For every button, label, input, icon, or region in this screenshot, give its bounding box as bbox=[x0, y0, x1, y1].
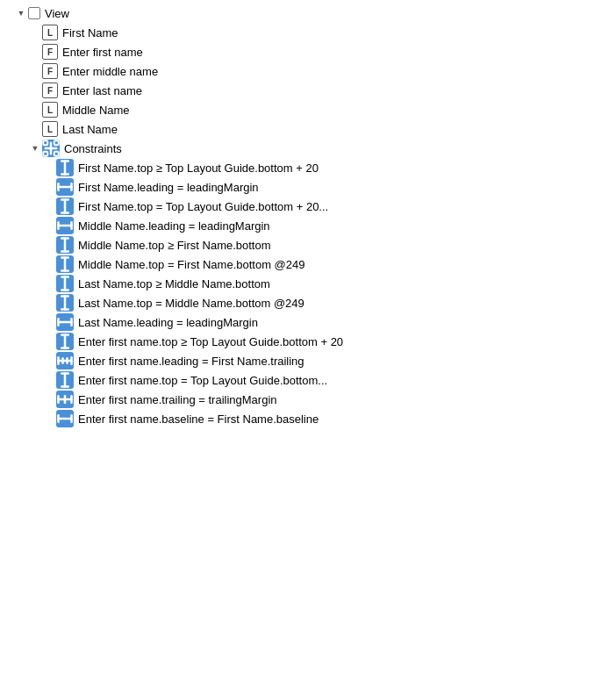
enter-firstname-text: Enter first name bbox=[62, 46, 143, 59]
constraints-label: Constraints bbox=[64, 142, 122, 155]
tree-row-firstname-label[interactable]: L First Name bbox=[0, 23, 616, 42]
svg-rect-1 bbox=[50, 142, 53, 155]
tree-row-constraint-9[interactable]: Last Name.leading = leadingMargin bbox=[0, 312, 616, 332]
constraint-icon-14 bbox=[56, 410, 74, 427]
svg-rect-10 bbox=[57, 183, 60, 191]
no-disclosure-2 bbox=[28, 45, 42, 59]
constraint-icon-10 bbox=[56, 333, 74, 350]
svg-rect-4 bbox=[43, 152, 47, 156]
tree-row-enter-middlename[interactable]: F Enter middle name bbox=[0, 61, 616, 81]
svg-rect-48 bbox=[57, 418, 73, 420]
svg-rect-16 bbox=[57, 221, 60, 230]
constraint-icon-11 bbox=[56, 352, 74, 370]
no-disclosure-c9 bbox=[42, 315, 56, 329]
tree-row-constraint-7[interactable]: Last Name.top ≥ Middle Name.bottom bbox=[0, 274, 616, 293]
no-disclosure-c3 bbox=[42, 199, 56, 213]
svg-rect-32 bbox=[70, 318, 73, 326]
svg-rect-28 bbox=[61, 295, 69, 298]
svg-rect-24 bbox=[64, 276, 67, 291]
svg-rect-20 bbox=[61, 250, 69, 253]
firstname-label-text: First Name bbox=[62, 26, 118, 39]
tree-row-constraint-6[interactable]: Middle Name.top = First Name.bottom @249 bbox=[0, 255, 616, 274]
tree-row-constraints[interactable]: Constraints bbox=[0, 139, 616, 158]
constraint-text-3: First Name.top = Top Layout Guide.bottom… bbox=[78, 200, 328, 213]
svg-rect-47 bbox=[64, 395, 67, 404]
tree-row-lastname-label[interactable]: L Last Name bbox=[0, 119, 616, 139]
tree-row-constraint-10[interactable]: Enter first name.top ≥ Top Layout Guide.… bbox=[0, 332, 616, 351]
constraint-text-11: Enter first name.leading = First Name.tr… bbox=[78, 355, 304, 368]
badge-L-firstname: L bbox=[42, 25, 58, 40]
svg-rect-41 bbox=[64, 372, 67, 388]
no-disclosure-1 bbox=[28, 25, 42, 39]
no-disclosure-c14 bbox=[42, 412, 56, 426]
constraints-group-icon bbox=[42, 140, 60, 157]
constraint-icon-4 bbox=[56, 217, 74, 234]
svg-rect-11 bbox=[70, 183, 73, 191]
tree-row-constraint-1[interactable]: First Name.top ≥ Top Layout Guide.bottom… bbox=[0, 158, 616, 177]
constraint-text-13: Enter first name.trailing = trailingMarg… bbox=[78, 393, 277, 406]
constraint-icon-2 bbox=[56, 178, 74, 196]
svg-rect-30 bbox=[57, 321, 73, 324]
svg-rect-21 bbox=[64, 256, 67, 272]
constraint-text-5: Middle Name.top ≥ First Name.bottom bbox=[78, 239, 271, 252]
view-checkbox[interactable] bbox=[28, 7, 40, 19]
constraint-text-14: Enter first name.baseline = First Name.b… bbox=[78, 413, 319, 426]
tree-row-constraint-12[interactable]: Enter first name.top = Top Layout Guide.… bbox=[0, 370, 616, 390]
svg-rect-6 bbox=[64, 160, 67, 176]
no-disclosure-c10 bbox=[42, 334, 56, 348]
tree-row-constraint-3[interactable]: First Name.top = Top Layout Guide.bottom… bbox=[0, 197, 616, 216]
tree-row-constraint-14[interactable]: Enter first name.baseline = First Name.b… bbox=[0, 409, 616, 428]
tree-row-view[interactable]: View bbox=[0, 4, 616, 23]
constraint-icon-3 bbox=[56, 197, 74, 215]
constraint-text-4: Middle Name.leading = leadingMargin bbox=[78, 219, 270, 233]
no-disclosure-c4 bbox=[42, 219, 56, 233]
svg-rect-18 bbox=[64, 237, 67, 253]
no-disclosure-5 bbox=[28, 103, 42, 117]
no-disclosure-c6 bbox=[42, 257, 56, 271]
tree-row-enter-lastname[interactable]: F Enter last name bbox=[0, 81, 616, 100]
no-disclosure-6 bbox=[28, 122, 42, 136]
constraint-icon-12 bbox=[56, 371, 74, 389]
no-disclosure-3 bbox=[28, 64, 42, 78]
disclosure-view[interactable] bbox=[14, 6, 28, 20]
constraint-icon-5 bbox=[56, 236, 74, 254]
middlename-label-text: Middle Name bbox=[62, 104, 130, 117]
tree-row-constraint-11[interactable]: Enter first name.leading = First Name.tr… bbox=[0, 351, 616, 370]
svg-rect-43 bbox=[61, 385, 69, 388]
lastname-label-text: Last Name bbox=[62, 123, 118, 136]
tree-row-constraint-13[interactable]: Enter first name.trailing = trailingMarg… bbox=[0, 390, 616, 409]
svg-rect-15 bbox=[57, 225, 73, 227]
no-disclosure-c11 bbox=[42, 354, 56, 368]
enter-lastname-text: Enter last name bbox=[62, 84, 142, 97]
tree-container: View L First Name F Enter first name F E… bbox=[0, 0, 616, 432]
disclosure-constraints[interactable] bbox=[28, 141, 42, 155]
constraint-text-6: Middle Name.top = First Name.bottom @249 bbox=[78, 258, 305, 271]
badge-F-3: F bbox=[42, 83, 58, 98]
constraint-text-10: Enter first name.top ≥ Top Layout Guide.… bbox=[78, 335, 343, 348]
svg-rect-46 bbox=[70, 395, 73, 404]
constraint-icon-7 bbox=[56, 275, 74, 292]
constraint-text-2: First Name.leading = leadingMargin bbox=[78, 181, 259, 194]
tree-row-enter-firstname[interactable]: F Enter first name bbox=[0, 42, 616, 61]
tree-row-constraint-2[interactable]: First Name.leading = leadingMargin bbox=[0, 177, 616, 197]
tree-row-middlename-label[interactable]: L Middle Name bbox=[0, 100, 616, 119]
svg-rect-5 bbox=[54, 152, 59, 156]
tree-row-constraint-8[interactable]: Last Name.top = Middle Name.bottom @249 bbox=[0, 293, 616, 312]
svg-rect-42 bbox=[61, 372, 69, 375]
constraint-icon-6 bbox=[56, 255, 74, 273]
svg-rect-27 bbox=[64, 295, 67, 311]
no-disclosure-4 bbox=[28, 83, 42, 97]
svg-rect-9 bbox=[57, 186, 73, 189]
svg-rect-17 bbox=[70, 221, 73, 230]
no-disclosure-c5 bbox=[42, 238, 56, 252]
svg-rect-40 bbox=[66, 357, 68, 364]
svg-rect-45 bbox=[57, 395, 60, 404]
svg-rect-39 bbox=[61, 357, 64, 364]
svg-rect-13 bbox=[61, 198, 69, 201]
svg-rect-29 bbox=[61, 308, 69, 311]
no-disclosure-c13 bbox=[42, 392, 56, 406]
tree-row-constraint-5[interactable]: Middle Name.top ≥ First Name.bottom bbox=[0, 235, 616, 255]
svg-rect-34 bbox=[61, 334, 69, 336]
svg-rect-50 bbox=[70, 414, 73, 423]
tree-row-constraint-4[interactable]: Middle Name.leading = leadingMargin bbox=[0, 216, 616, 235]
